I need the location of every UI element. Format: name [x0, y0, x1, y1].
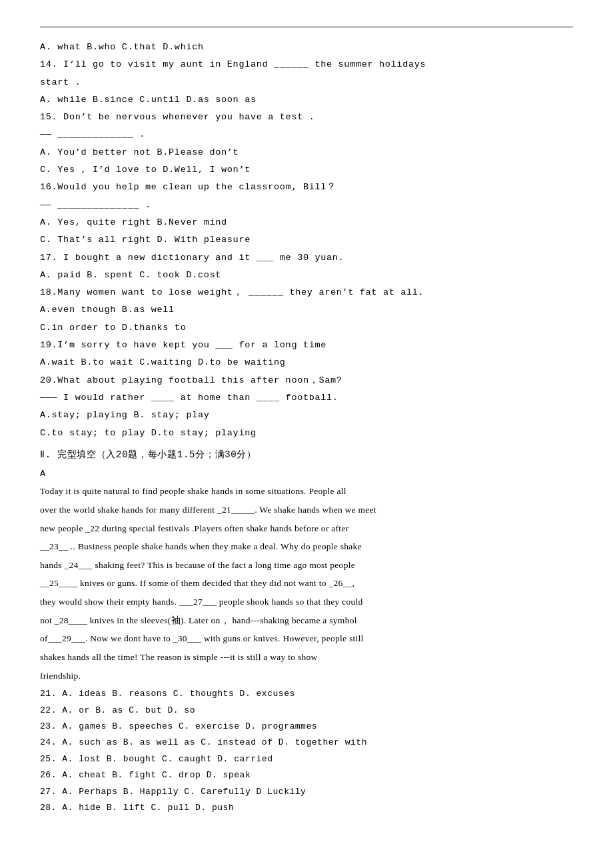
passage-line-1: Today it is quite natural to find people… — [40, 483, 573, 499]
q23-row: 23. A. games B. speeches C. exercise D. … — [40, 719, 573, 734]
line-q20-answer: ——— I would rather ____ at home than ___… — [40, 390, 573, 406]
line-q16-blank: —— ______________ . — [40, 197, 573, 213]
q26-row: 26. A. cheat B. fight C. drop D. speak — [40, 767, 573, 783]
line-options-15a: A. You’d better not B.Please don’t — [40, 145, 573, 161]
passage-line-11: friendship. — [40, 668, 573, 684]
line-options-13: A. what B.who C.that D.which — [40, 39, 573, 55]
line-q14: 14. I’ll go to visit my aunt in England … — [40, 57, 573, 73]
q25-row: 25. A. lost B. bought C. caught D. carri… — [40, 751, 573, 767]
q27-row: 27. A. Perhaps B. Happily C. Carefully D… — [40, 784, 573, 799]
passage-line-8: not _28____ knives in the sleeves(袖). La… — [40, 613, 573, 629]
line-q20: 20.What about playing football this afte… — [40, 373, 573, 389]
line-options-20b: C.to stay; to play D.to stay; playing — [40, 425, 573, 441]
line-options-14: A. while B.since C.until D.as soon as — [40, 92, 573, 108]
q22-row: 22. A. or B. as C. but D. so — [40, 703, 573, 718]
q24-row: 24. A. such as B. as well as C. instead … — [40, 735, 573, 750]
line-q15-blank: —— _____________ . — [40, 127, 573, 143]
line-options-15b: C. Yes , I’d love to D.Well, I won’t — [40, 162, 573, 178]
q28-row: 28. A. hide B. lift C. pull D. push — [40, 800, 573, 815]
line-q15: 15. Don’t be nervous whenever you have a… — [40, 109, 573, 125]
line-options-17: A. paid B. spent C. took D.cost — [40, 267, 573, 283]
section-ii-header: Ⅱ. 完型填空（入20题，每小题1.5分；满30分） — [40, 447, 573, 463]
passage-line-6: __25____ knives or guns. If some of them… — [40, 575, 573, 591]
line-options-16a: A. Yes, quite right B.Never mind — [40, 215, 573, 231]
line-q19: 19.I’m sorry to have kept you ___ for a … — [40, 337, 573, 353]
line-options-19: A.wait B.to wait C.waiting D.to be waiti… — [40, 355, 573, 371]
passage-line-10: shakes hands all the time! The reason is… — [40, 649, 573, 665]
exam-content: A. what B.who C.that D.which 14. I’ll go… — [40, 39, 573, 815]
line-options-16b: C. That’s all right D. With pleasure — [40, 232, 573, 248]
passage-line-4: __23__ .. Business people shake hands wh… — [40, 539, 573, 555]
passage-line-7: they would show their empty hands. ___27… — [40, 594, 573, 610]
top-divider — [40, 27, 573, 27]
line-q14-cont: start . — [40, 75, 573, 91]
line-options-18a: A.even though B.as well — [40, 302, 573, 318]
line-q16: 16.Would you help me clean up the classr… — [40, 179, 573, 195]
q21-row: 21. A. ideas B. reasons C. thoughts D. e… — [40, 686, 573, 701]
passage-line-9: of___29___. Now we dont have to _30___ w… — [40, 631, 573, 647]
passage-line-3: new people _22 during special festivals … — [40, 521, 573, 537]
passage-line-5: hands _24___ shaking feet? This is becau… — [40, 557, 573, 573]
passage-line-2: over the world shake hands for many diff… — [40, 502, 573, 518]
line-q18: 18.Many women want to lose weight， _____… — [40, 285, 573, 301]
line-options-18b: C.in order to D.thanks to — [40, 320, 573, 336]
section-a-label: A — [40, 466, 573, 482]
line-q17: 17. I bought a new dictionary and it ___… — [40, 250, 573, 266]
line-options-20a: A.stay; playing B. stay; play — [40, 407, 573, 423]
